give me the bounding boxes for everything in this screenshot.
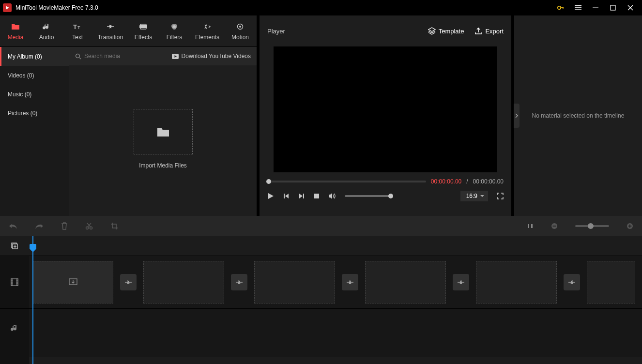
panel-collapse-handle[interactable] — [514, 104, 520, 128]
app-title: MiniTool MovieMaker Free 7.3.0 — [15, 4, 98, 11]
folder-icon — [156, 126, 170, 137]
youtube-icon — [172, 54, 179, 59]
clip-drop-slot[interactable] — [476, 261, 557, 303]
inspector-empty-message: No material selected on the timeline — [532, 112, 625, 119]
zoom-out-button[interactable] — [551, 223, 558, 229]
export-button[interactable]: Export — [474, 27, 504, 35]
text-icon: TT — [73, 21, 82, 32]
svg-line-21 — [79, 58, 81, 59]
audio-track[interactable] — [29, 309, 642, 357]
time-ruler[interactable] — [29, 236, 642, 256]
search-input[interactable] — [84, 53, 152, 60]
template-icon — [428, 27, 436, 35]
crop-button[interactable] — [110, 222, 118, 230]
transition-icon — [106, 21, 115, 32]
next-frame-button[interactable] — [298, 193, 305, 199]
fullscreen-button[interactable] — [497, 193, 504, 199]
effects-icon — [139, 21, 147, 32]
svg-rect-28 — [303, 194, 304, 198]
tab-text[interactable]: TT Text — [62, 15, 93, 46]
svg-rect-26 — [284, 194, 285, 198]
svg-rect-6 — [575, 9, 581, 10]
media-icon — [11, 21, 20, 32]
volume-slider[interactable] — [345, 195, 391, 197]
clip-drop-slot[interactable] — [365, 261, 446, 303]
svg-rect-3 — [563, 7, 564, 9]
svg-point-33 — [90, 227, 92, 229]
sidebar-item-pictures[interactable]: Pictures (0) — [0, 104, 69, 122]
key-icon[interactable] — [552, 0, 569, 15]
transition-slot[interactable] — [564, 274, 580, 290]
maximize-button[interactable] — [604, 0, 622, 15]
film-icon — [10, 278, 19, 286]
video-track[interactable] — [29, 256, 642, 309]
download-youtube-link[interactable]: Download YouTube Videos — [172, 53, 251, 60]
svg-text:T: T — [77, 25, 80, 30]
sidebar-item-album[interactable]: My Album (0) — [0, 47, 69, 66]
svg-rect-5 — [575, 7, 581, 8]
clip-drop-slot[interactable] — [587, 261, 635, 303]
inspector-panel: No material selected on the timeline — [514, 15, 642, 216]
motion-icon — [237, 21, 244, 32]
transition-slot[interactable] — [453, 274, 469, 290]
tab-transition[interactable]: Transition — [93, 15, 128, 46]
svg-rect-37 — [531, 224, 533, 228]
transition-slot[interactable] — [342, 274, 358, 290]
svg-rect-24 — [157, 128, 162, 129]
clip-drop-slot[interactable] — [254, 261, 335, 303]
titlebar: MiniTool MovieMaker Free 7.3.0 — [0, 0, 642, 15]
svg-marker-25 — [268, 193, 274, 199]
tab-elements[interactable]: Elements — [190, 15, 225, 46]
transition-slot[interactable] — [231, 274, 247, 290]
zoom-slider[interactable] — [575, 225, 609, 227]
close-button[interactable] — [622, 0, 639, 15]
time-total: 00:00:00.00 — [473, 178, 504, 185]
undo-button[interactable] — [9, 223, 17, 229]
add-track-button[interactable] — [0, 236, 29, 256]
split-button[interactable] — [85, 222, 93, 230]
clip-drop-slot[interactable] — [32, 261, 113, 303]
aspect-ratio-select[interactable]: 16:9 — [460, 191, 488, 201]
clip-drop-slot[interactable] — [143, 261, 224, 303]
tab-motion[interactable]: Motion — [225, 15, 256, 46]
delete-button[interactable] — [61, 222, 68, 230]
svg-text:T: T — [73, 23, 77, 30]
sidebar-item-music[interactable]: Music (0) — [0, 85, 69, 104]
tab-filters[interactable]: Filters — [159, 15, 190, 46]
timeline — [0, 216, 642, 364]
menu-icon[interactable] — [569, 0, 587, 15]
elements-icon — [203, 21, 211, 32]
media-panel: Media Audio TT Text Transition Effects F… — [0, 15, 257, 216]
tab-media[interactable]: Media — [0, 15, 31, 46]
redo-button[interactable] — [35, 223, 44, 229]
svg-rect-4 — [575, 5, 581, 6]
svg-rect-30 — [314, 194, 319, 198]
audio-track-header — [0, 309, 29, 364]
svg-marker-31 — [329, 193, 332, 199]
import-media-box[interactable] — [134, 109, 193, 154]
playhead[interactable] — [32, 236, 33, 364]
progress-slider[interactable] — [267, 181, 426, 182]
play-button[interactable] — [267, 193, 274, 199]
svg-point-32 — [86, 227, 89, 229]
svg-line-34 — [88, 223, 91, 227]
tab-effects[interactable]: Effects — [128, 15, 159, 46]
sidebar-item-videos[interactable]: Videos (0) — [0, 66, 69, 85]
tab-audio[interactable]: Audio — [31, 15, 62, 46]
minimize-button[interactable] — [587, 0, 604, 15]
player-title: Player — [267, 28, 285, 35]
main-tabs: Media Audio TT Text Transition Effects F… — [0, 15, 257, 46]
export-icon — [474, 27, 482, 35]
svg-rect-8 — [611, 5, 615, 10]
svg-marker-0 — [6, 6, 9, 10]
transition-slot[interactable] — [120, 274, 137, 290]
prev-frame-button[interactable] — [283, 193, 290, 199]
stop-button[interactable] — [314, 193, 320, 199]
zoom-in-button[interactable] — [627, 223, 633, 229]
video-track-header — [0, 256, 29, 309]
volume-button[interactable] — [328, 193, 336, 199]
import-media-label: Import Media Files — [139, 162, 187, 169]
svg-rect-39 — [553, 226, 556, 227]
fit-timeline-button[interactable] — [527, 223, 534, 229]
template-button[interactable]: Template — [428, 27, 464, 35]
